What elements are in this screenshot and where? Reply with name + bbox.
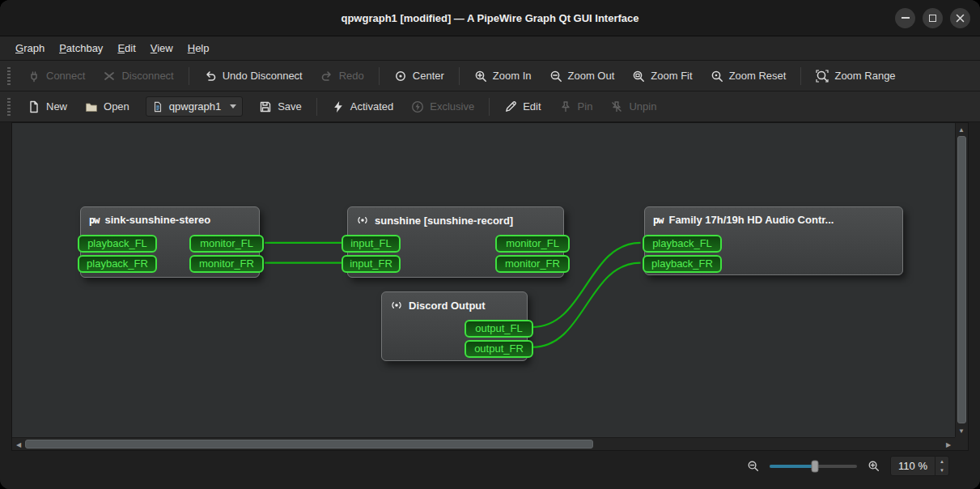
node-title-text: sink-sunshine-stereo [104, 214, 210, 226]
titlebar[interactable]: qpwgraph1 [modified] — A PipeWire Graph … [0, 0, 980, 36]
zoom-range-label: Zoom Range [834, 70, 895, 82]
zoom-out-label: Zoom Out [568, 70, 615, 82]
open-folder-icon [85, 100, 98, 113]
scroll-down-button[interactable]: ▼ [955, 424, 968, 437]
zoom-spinbox[interactable]: 110 % ▲ ▼ [890, 456, 949, 476]
zoom-out-button[interactable]: Zoom Out [541, 64, 623, 88]
patchbay-selector-combo[interactable]: qpwgraph1 [146, 96, 243, 117]
maximize-button[interactable] [923, 8, 943, 28]
statusbar: 110 % ▲ ▼ [0, 451, 980, 489]
toolbar-drag-handle[interactable] [7, 98, 11, 116]
zoom-out-icon [549, 70, 562, 83]
port-playback-fr[interactable]: playback_FR [78, 255, 157, 273]
menu-edit[interactable]: Edit [110, 38, 142, 58]
central-area: pw sink-sunshine-stereo sunshine [sunshi… [0, 122, 980, 451]
node-title: pw Family 17h/19h HD Audio Contr... [645, 207, 902, 232]
toolbar-separator [189, 67, 189, 85]
new-button[interactable]: New [19, 95, 75, 119]
menubar: Graph Patchbay Edit View Help [0, 36, 980, 61]
chevron-down-icon [230, 104, 236, 108]
center-label: Center [413, 70, 444, 82]
horizontal-scrollbar[interactable]: ◀ ▶ [12, 437, 955, 450]
toolbar-separator [489, 98, 490, 116]
menu-graph[interactable]: Graph [8, 38, 52, 58]
port-playback-fr[interactable]: playback_FR [643, 255, 722, 273]
save-button[interactable]: Save [251, 95, 310, 119]
redo-icon [320, 70, 333, 83]
port-monitor-fl[interactable]: monitor_FL [495, 235, 570, 253]
disconnect-button[interactable]: Disconnect [95, 64, 181, 88]
pin-button[interactable]: Pin [551, 95, 601, 119]
zoom-in-button[interactable]: Zoom In [466, 64, 540, 88]
exclusive-toggle[interactable]: Exclusive [403, 95, 482, 119]
audio-app-icon [356, 214, 369, 227]
scrollbar-corner [955, 437, 968, 450]
close-icon [956, 14, 965, 23]
minimize-button[interactable] [895, 8, 915, 28]
lightning-icon [332, 100, 345, 113]
center-button[interactable]: Center [386, 64, 452, 88]
close-button[interactable] [950, 8, 970, 28]
scroll-right-button[interactable]: ▶ [942, 438, 955, 451]
zoom-in-icon [474, 70, 487, 83]
open-label: Open [104, 100, 129, 113]
toolbar-separator [316, 98, 317, 116]
edit-button[interactable]: Edit [496, 95, 549, 119]
activated-toggle[interactable]: Activated [324, 95, 401, 119]
node-title: Discord Output [382, 292, 527, 318]
menu-patchbay[interactable]: Patchbay [52, 38, 110, 58]
undo-disconnect-button[interactable]: Undo Disconnect [196, 64, 311, 88]
edit-label: Edit [523, 100, 541, 113]
activated-label: Activated [350, 100, 393, 113]
menu-help[interactable]: Help [180, 38, 217, 58]
undo-icon [204, 70, 217, 83]
scroll-left-button[interactable]: ◀ [12, 438, 25, 451]
connection-wires [12, 123, 955, 437]
zoom-fit-button[interactable]: Zoom Fit [624, 64, 700, 88]
port-monitor-fr[interactable]: monitor_FR [495, 255, 570, 273]
graph-canvas[interactable]: pw sink-sunshine-stereo sunshine [sunshi… [12, 123, 955, 437]
pipewire-icon: pw [89, 215, 99, 226]
toolbar-drag-handle[interactable] [7, 67, 11, 85]
scroll-up-button[interactable]: ▲ [955, 123, 968, 136]
pin-icon [559, 100, 572, 113]
pipewire-icon: pw [653, 215, 663, 226]
zoom-value[interactable]: 110 % [891, 457, 935, 475]
connect-button[interactable]: Connect [19, 64, 93, 88]
node-title: sunshine [sunshine-record] [348, 207, 563, 233]
menu-view[interactable]: View [143, 38, 180, 58]
vertical-scrollbar-thumb[interactable] [957, 136, 966, 423]
toolbar-separator [800, 67, 801, 85]
port-monitor-fl[interactable]: monitor_FL [189, 235, 264, 253]
zoom-slider-handle[interactable] [812, 460, 819, 472]
connect-icon [28, 70, 40, 83]
toolbar-separator [379, 67, 380, 85]
zoom-range-button[interactable]: Zoom Range [808, 64, 903, 88]
port-output-fl[interactable]: output_FL [465, 320, 533, 338]
horizontal-scrollbar-thumb[interactable] [25, 440, 593, 449]
port-input-fl[interactable]: input_FL [342, 235, 401, 253]
port-playback-fl[interactable]: playback_FL [643, 235, 722, 253]
redo-label: Redo [339, 70, 364, 82]
port-monitor-fr[interactable]: monitor_FR [189, 255, 264, 273]
zoom-reset-button[interactable]: Zoom Reset [702, 64, 795, 88]
port-input-fr[interactable]: input_FR [342, 255, 401, 273]
minimize-icon [902, 17, 910, 19]
port-playback-fl[interactable]: playback_FL [78, 235, 157, 253]
zoom-decrement-button[interactable]: ▼ [935, 466, 948, 476]
maximize-icon [929, 15, 936, 22]
exclusive-lightning-icon [411, 100, 424, 113]
open-button[interactable]: Open [77, 95, 138, 119]
redo-button[interactable]: Redo [312, 64, 372, 88]
vertical-scrollbar[interactable]: ▲ ▼ [955, 123, 968, 437]
toolbar-patchbay: New Open qpwgraph1 Save Activated [0, 91, 980, 122]
zoom-slider[interactable] [770, 465, 857, 468]
save-label: Save [278, 100, 302, 113]
save-icon [259, 100, 272, 113]
unpin-button[interactable]: Unpin [602, 95, 664, 119]
pin-label: Pin [578, 100, 593, 113]
zoom-range-icon [816, 70, 829, 83]
zoom-increment-button[interactable]: ▲ [935, 457, 948, 466]
port-output-fr[interactable]: output_FR [465, 340, 533, 358]
node-title: pw sink-sunshine-stereo [81, 207, 259, 232]
